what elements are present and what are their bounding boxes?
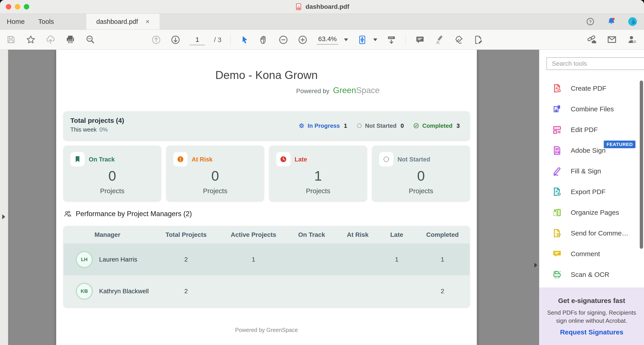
request-signatures-link[interactable]: Request Signatures [539,328,644,336]
tab-home[interactable]: Home [0,14,32,30]
search-icon [85,35,95,45]
chip-value: 0 [401,122,404,129]
tab-close-icon[interactable]: × [146,18,150,25]
star-button[interactable] [26,35,36,45]
page-fit-icon [357,35,368,45]
zoom-level-dropdown[interactable]: 63.4% [317,35,348,45]
email-button[interactable] [607,35,617,45]
total-projects-title: Total projects (4) [70,117,124,124]
select-tool-button[interactable] [240,35,250,45]
status-card-label: Not Started [398,156,430,163]
total-projects-card: Total projects (4) This week0% In Progre… [64,111,470,140]
zoom-in-button[interactable] [298,35,308,45]
window-controls [6,4,29,10]
tool-organize-pages[interactable]: Organize Pages [539,202,644,223]
comment-tool-button[interactable] [415,35,425,45]
minimize-window-button[interactable] [15,4,20,10]
share-with-people-button[interactable] [627,35,637,45]
this-week-value: 0% [99,126,108,133]
organize-pages-icon [552,207,562,218]
reading-mode-button[interactable] [386,35,396,45]
search-button[interactable] [85,35,95,45]
hand-tool-button[interactable] [259,35,269,45]
scan-ocr-icon [552,269,562,280]
document-area: Demo - Kona Grown Powered by GreenSpace … [8,50,539,345]
svg-text:PDF: PDF [298,8,300,9]
highlight-tool-button[interactable] [434,35,444,45]
chevron-down-icon [344,39,348,41]
send-for-comments-icon [552,228,562,238]
titlebar: PDF dashboard.pdf [0,0,644,14]
search-tools-input[interactable] [546,57,644,70]
toolbar: / 3 [0,30,644,50]
tool-label: Send for Comme… [571,229,628,237]
chip-completed: Completed 3 [413,122,460,129]
print-icon [65,35,76,45]
table-row[interactable]: KB Kathryn Blackwell 2 2 [64,275,470,307]
next-page-button[interactable] [170,35,181,45]
tool-export-pdf[interactable]: Export PDF [539,181,644,202]
page-number-input[interactable] [190,35,205,45]
status-card-label: At Risk [192,156,212,163]
status-card-value: 1 [270,168,367,184]
select-cursor-icon [240,35,250,45]
tool-send-for-comments[interactable]: Send for Comme… [539,223,644,244]
expand-left-panel-icon[interactable] [2,214,5,219]
page-fit-dropdown[interactable] [357,35,377,45]
print-button[interactable] [65,35,76,45]
chip-label: In Progress [308,122,340,129]
tabbar-right-group: ? [585,14,638,30]
avatar: KB [76,283,93,300]
pdf-file-icon: PDF [295,3,302,11]
sign-tool-button[interactable] [454,35,464,45]
page-footer: Powered by GreenSpace [56,327,477,333]
total-projects-cell: 2 [151,256,221,263]
edit-document-button[interactable] [473,35,483,45]
table-row[interactable]: LH Lauren Harris 2 1 1 1 [64,244,470,275]
tab-document[interactable]: dashboard.pdf × [86,14,160,30]
notifications-button[interactable] [606,17,616,27]
zoom-window-button[interactable] [24,4,29,10]
tool-label: Combine Files [571,105,614,113]
tool-create-pdf[interactable]: Create PDF [539,78,644,99]
cloud-upload-icon [46,35,56,45]
tool-adobe-sign[interactable]: Adobe Sign FEATURED [539,140,644,161]
tool-fill-sign[interactable]: Fill & Sign [539,161,644,181]
account-avatar[interactable] [627,17,638,27]
tool-combine-files[interactable]: Combine Files [539,99,644,119]
close-window-button[interactable] [6,4,11,10]
tool-scan-ocr[interactable]: Scan & OCR [539,264,644,285]
toolbar-separator [406,34,406,45]
status-card-value: 0 [64,168,161,184]
tool-edit-pdf[interactable]: Edit PDF [539,119,644,140]
previous-page-button[interactable] [151,35,161,45]
performance-section-header: Performance by Project Managers (2) [64,210,192,218]
chip-not-started: Not Started 0 [356,122,404,129]
completed-cell: 1 [415,256,470,263]
tools-panel-scrollbar[interactable] [640,81,643,249]
total-projects-cell: 2 [151,288,221,295]
tab-tools[interactable]: Tools [32,14,61,30]
esign-promo: Get e-signatures fast Send PDFs for sign… [539,288,644,345]
tool-label: Comment [571,250,600,258]
cloud-upload-button[interactable] [46,35,56,45]
column-header: Manager [64,231,151,238]
share-link-button[interactable] [586,35,597,45]
help-button[interactable]: ? [585,17,596,27]
table-header-row: Manager Total Projects Active Projects O… [64,226,470,244]
save-button[interactable] [6,35,16,45]
collapse-tools-panel-icon[interactable] [534,263,537,268]
tool-label: Organize Pages [571,209,619,216]
column-header: Late [378,231,415,238]
promo-title: Get e-signatures fast [539,297,644,304]
chip-label: Not Started [365,122,396,129]
status-card-unit: Projects [64,187,161,195]
active-projects-cell: 1 [221,256,286,263]
status-cards-row: On Track 0 Projects At Risk [64,146,470,201]
tool-comment[interactable]: Comment [539,244,644,264]
promo-body: Send PDFs for signing. Recipientssign on… [539,308,644,325]
link-cloud-icon [586,34,597,45]
performance-title: Performance by Project Managers (2) [76,210,192,218]
at-risk-card: At Risk 0 Projects [166,146,264,201]
zoom-out-button[interactable] [278,35,288,45]
